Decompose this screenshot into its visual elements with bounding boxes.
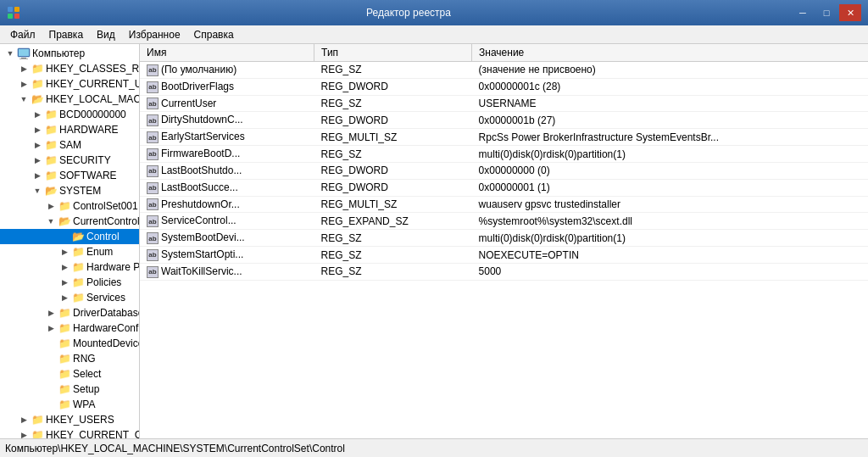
tree-node-currentcontrolset[interactable]: ▼ 📂 CurrentControlSet — [0, 214, 139, 229]
tree-node-hku[interactable]: ▶ 📁 HKEY_USERS — [0, 412, 139, 427]
tree-panel[interactable]: ▼ Компьютер ▶ 📁 HKEY_CLASSES_ROOT — [0, 44, 140, 438]
folder-icon-software: 📁 — [44, 169, 58, 182]
tree-node-enum[interactable]: ▶ 📁 Enum — [0, 244, 139, 259]
tree-node-hwprofiles[interactable]: ▶ 📁 Hardware Profiles — [0, 259, 139, 275]
expand-hkcc[interactable]: ▶ — [17, 428, 31, 438]
table-row[interactable]: ab(По умолчанию)REG_SZ(значение не присв… — [140, 62, 868, 79]
tree-node-rng[interactable]: 📁 RNG — [0, 351, 139, 366]
svg-rect-2 — [8, 14, 13, 19]
hkcu-label: HKEY_CURRENT_USER — [46, 78, 140, 90]
col-value[interactable]: Значение — [472, 44, 868, 62]
folder-icon-mounteddevices: 📁 — [58, 337, 71, 350]
tree-node-hkcr[interactable]: ▶ 📁 HKEY_CLASSES_ROOT — [0, 61, 139, 76]
expand-policies[interactable]: ▶ — [58, 276, 71, 289]
expand-select[interactable] — [44, 367, 58, 381]
tree-node-software[interactable]: ▶ 📁 SOFTWARE — [0, 168, 139, 183]
currentcontrolset-label: CurrentControlSet — [73, 215, 140, 227]
expand-controlset001[interactable]: ▶ — [44, 199, 58, 213]
folder-icon-hkcu: 📁 — [31, 77, 44, 91]
tree-node-services[interactable]: ▶ 📁 Services — [0, 290, 139, 305]
tree-node-hardware[interactable]: ▶ 📁 HARDWARE — [0, 122, 139, 137]
expand-system[interactable]: ▼ — [31, 184, 44, 198]
folder-icon-select: 📁 — [58, 367, 71, 381]
tree-node-setup[interactable]: 📁 Setup — [0, 382, 139, 397]
tree-node-policies[interactable]: ▶ 📁 Policies — [0, 275, 139, 290]
table-row[interactable]: abPreshutdownOr...REG_MULTI_SZwuauserv g… — [140, 196, 868, 213]
tree-node-mounteddevices[interactable]: 📁 MountedDevices — [0, 336, 139, 351]
folder-icon-services: 📁 — [71, 291, 85, 304]
svg-rect-3 — [14, 14, 19, 19]
values-panel[interactable]: Имя Тип Значение ab(По умолчанию)REG_SZ(… — [140, 44, 868, 438]
tree-node-system[interactable]: ▼ 📂 SYSTEM — [0, 183, 139, 198]
expand-rng[interactable] — [44, 352, 58, 365]
menu-item-справка[interactable]: Справка — [187, 27, 241, 42]
hkcr-label: HKEY_CLASSES_ROOT — [46, 63, 140, 75]
expand-hwconfig[interactable]: ▶ — [44, 321, 58, 335]
expand-currentcontrolset[interactable]: ▼ — [44, 215, 58, 228]
expand-services[interactable]: ▶ — [58, 291, 71, 304]
table-row[interactable]: abServiceControl...REG_EXPAND_SZ%systemr… — [140, 213, 868, 230]
expand-hku[interactable]: ▶ — [17, 413, 31, 426]
tree-node-sam[interactable]: ▶ 📁 SAM — [0, 137, 139, 153]
expand-computer[interactable]: ▼ — [3, 47, 17, 60]
menu-item-правка[interactable]: Правка — [42, 27, 91, 42]
table-row[interactable]: abLastBootShutdo...REG_DWORD0x00000000 (… — [140, 162, 868, 179]
table-row[interactable]: abWaitToKillServic...REG_SZ5000 — [140, 263, 868, 280]
table-row[interactable]: abSystemStartOpti...REG_SZNOEXECUTE=OPTI… — [140, 247, 868, 264]
tree-node-wpa[interactable]: 📁 WPA — [0, 397, 139, 412]
expand-hkcu[interactable]: ▶ — [17, 77, 31, 91]
minimize-button[interactable]: ─ — [792, 4, 814, 21]
cell-type: REG_SZ — [314, 62, 472, 79]
reg-value-icon: ab — [147, 249, 159, 261]
expand-hklm[interactable]: ▼ — [17, 92, 31, 106]
folder-icon-wpa: 📁 — [58, 398, 71, 411]
tree-root: ▼ Компьютер ▶ 📁 HKEY_CLASSES_ROOT — [0, 44, 139, 438]
tree-node-select[interactable]: 📁 Select — [0, 366, 139, 382]
tree-node-hklm[interactable]: ▼ 📂 HKEY_LOCAL_MACHINE — [0, 92, 139, 107]
cell-type: REG_SZ — [314, 95, 472, 112]
close-button[interactable]: ✕ — [839, 4, 861, 21]
expand-control[interactable] — [58, 230, 71, 243]
table-row[interactable]: abSystemBootDevi...REG_SZmulti(0)disk(0)… — [140, 230, 868, 247]
cell-type: REG_MULTI_SZ — [314, 196, 472, 213]
reg-value-name: SystemBootDevi... — [161, 231, 245, 243]
title-bar: Редактор реестра ─ □ ✕ — [0, 0, 868, 25]
expand-enum[interactable]: ▶ — [58, 245, 71, 259]
menu-item-избранное[interactable]: Избранное — [122, 27, 187, 42]
maximize-button[interactable]: □ — [815, 4, 837, 21]
tree-node-controlset001[interactable]: ▶ 📁 ControlSet001 — [0, 198, 139, 214]
tree-node-hwconfig[interactable]: ▶ 📁 HardwareConfig — [0, 320, 139, 336]
expand-mounteddevices[interactable] — [44, 337, 58, 350]
menu-item-файл[interactable]: Файл — [3, 27, 42, 42]
folder-icon-enum: 📁 — [71, 245, 85, 259]
expand-wpa[interactable] — [44, 398, 58, 411]
tree-node-bcd[interactable]: ▶ 📁 BCD00000000 — [0, 107, 139, 122]
tree-node-hkcu[interactable]: ▶ 📁 HKEY_CURRENT_USER — [0, 76, 139, 92]
col-type[interactable]: Тип — [314, 44, 472, 62]
table-row[interactable]: abLastBootSucce...REG_DWORD0x00000001 (1… — [140, 179, 868, 196]
col-name[interactable]: Имя — [140, 44, 314, 62]
table-row[interactable]: abDirtyShutdownC...REG_DWORD0x0000001b (… — [140, 112, 868, 129]
tree-node-security[interactable]: ▶ 📁 SECURITY — [0, 153, 139, 168]
expand-hkcr[interactable]: ▶ — [17, 62, 31, 75]
tree-node-computer[interactable]: ▼ Компьютер — [0, 46, 139, 61]
tree-node-hkcc[interactable]: ▶ 📁 HKEY_CURRENT_CONFIG — [0, 427, 139, 438]
tree-node-driverdb[interactable]: ▶ 📁 DriverDatabase — [0, 305, 139, 320]
expand-driverdb[interactable]: ▶ — [44, 306, 58, 320]
menu-item-вид[interactable]: Вид — [90, 27, 122, 42]
expand-security[interactable]: ▶ — [31, 153, 44, 167]
main-area: ▼ Компьютер ▶ 📁 HKEY_CLASSES_ROOT — [0, 44, 868, 438]
reg-value-name: WaitToKillServic... — [161, 265, 242, 277]
expand-setup[interactable] — [44, 382, 58, 396]
expand-hardware[interactable]: ▶ — [31, 123, 44, 137]
title-bar-left — [7, 6, 25, 20]
expand-bcd[interactable]: ▶ — [31, 108, 44, 121]
table-row[interactable]: abBootDriverFlagsREG_DWORD0x00000001c (2… — [140, 78, 868, 95]
expand-software[interactable]: ▶ — [31, 169, 44, 182]
tree-node-control[interactable]: 📂 Control — [0, 229, 139, 244]
expand-hwprofiles[interactable]: ▶ — [58, 260, 71, 274]
table-row[interactable]: abCurrentUserREG_SZUSERNAME — [140, 95, 868, 112]
table-row[interactable]: abEarlyStartServicesREG_MULTI_SZRpcSs Po… — [140, 129, 868, 146]
expand-sam[interactable]: ▶ — [31, 138, 44, 152]
table-row[interactable]: abFirmwareBootD...REG_SZmulti(0)disk(0)r… — [140, 146, 868, 163]
